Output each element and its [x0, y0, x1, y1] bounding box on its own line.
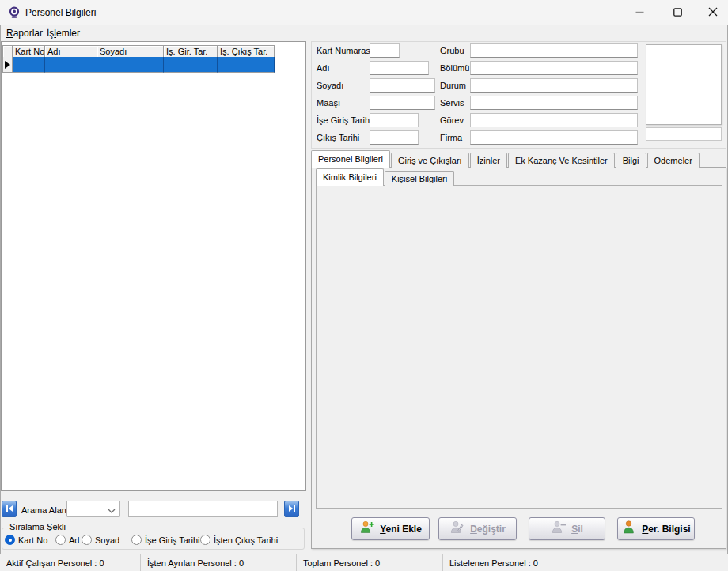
radio-ise-giris-tarihi-label: İşe Giriş Tarihi [145, 535, 199, 545]
menu-item-raporlar[interactable]: Raporlar [3, 26, 46, 40]
sort-groupbox-legend: Sıralama Şekli [6, 522, 69, 531]
label-gorev: Görev [440, 115, 464, 126]
title-bar: Personel Bilgileri [0, 0, 728, 25]
radio-unchecked-icon [131, 535, 142, 545]
grid-header-is-gir-tar[interactable]: İş. Gir. Tar. [164, 46, 218, 58]
current-row-arrow-icon [5, 61, 10, 69]
grid-cell [13, 57, 45, 73]
tab-odemeler[interactable]: Ödemeler [647, 153, 700, 168]
input-cikis-tarihi[interactable] [370, 130, 419, 145]
grid-cell [164, 57, 218, 73]
yeni-ekle-label: Yeni Ekle [380, 524, 422, 535]
sub-tab-page [316, 185, 722, 509]
maximize-icon [673, 6, 682, 20]
app-icon [8, 6, 21, 19]
last-record-icon [287, 502, 297, 516]
radio-unchecked-icon [55, 535, 66, 545]
last-record-button[interactable] [284, 501, 299, 517]
label-maasi: Maaşı [317, 98, 340, 108]
radio-kart-no[interactable]: Kart No [5, 535, 47, 545]
grid-header-soyadi[interactable]: Soyadı [97, 46, 164, 58]
tab-izinler[interactable]: İzinler [470, 153, 507, 168]
search-field-combobox[interactable] [66, 501, 120, 517]
input-servis[interactable] [470, 96, 638, 110]
tab-personel-bilgileri[interactable]: Personel Bilgileri [311, 150, 390, 168]
status-listelenen: Listelenen Personel : 0 [443, 554, 728, 571]
label-cikis-tarihi: Çıkış Tarihi [317, 133, 359, 143]
chevron-down-icon [108, 502, 116, 516]
grid-header-adi[interactable]: Adı [45, 46, 97, 58]
minimize-icon [635, 6, 644, 20]
label-grubu: Grubu [440, 46, 464, 56]
radio-kart-no-label: Kart No [18, 535, 47, 545]
label-firma: Firma [440, 133, 462, 143]
sub-tab-strip: Kimlik Bilgileri Kişisel Bilgileri [316, 168, 455, 186]
label-servis: Servis [440, 98, 464, 108]
label-soyadi: Soyadı [317, 81, 343, 91]
personnel-grid[interactable]: Kart No Adı Soyadı İş. Gir. Tar. İş. Çık… [1, 41, 306, 491]
radio-ad[interactable]: Ad [55, 535, 79, 545]
menu-item-islemler[interactable]: İşlemler [44, 26, 83, 40]
photo-box [646, 44, 722, 125]
maximize-button[interactable] [664, 0, 691, 25]
minimize-button[interactable] [626, 0, 653, 25]
degistir-label: Değiştir [470, 524, 506, 535]
yeni-ekle-button[interactable]: Yeni Ekle [351, 517, 430, 540]
radio-ad-label: Ad [69, 535, 79, 545]
person-info-icon [621, 520, 637, 538]
radio-isten-cikis-tarihi[interactable]: İşten Çıkış Tarihi [200, 535, 278, 545]
status-bar: Aktif Çalışan Personel : 0 İşten Ayrılan… [0, 554, 728, 571]
label-bolumu: Bölümü [440, 63, 469, 74]
input-grubu[interactable] [470, 43, 638, 58]
input-firma[interactable] [470, 130, 638, 145]
input-bolumu[interactable] [470, 61, 638, 75]
status-isten-ayrilan: İşten Ayrılan Personel : 0 [141, 554, 297, 571]
radio-unchecked-icon [82, 535, 92, 545]
input-soyadi[interactable] [370, 78, 435, 93]
search-field-label: Arama Alanı [21, 505, 69, 516]
grid-header-row: Kart No Adı Soyadı İş. Gir. Tar. İş. Çık… [2, 45, 275, 58]
input-durum[interactable] [470, 78, 638, 93]
sil-label: Sil [571, 524, 583, 535]
tab-ek-kazanc-ve-kesintiler[interactable]: Ek Kazanç Ve Kesintiler [508, 153, 615, 168]
grid-header-kart-no[interactable]: Kart No [13, 46, 45, 58]
input-maasi[interactable] [370, 96, 435, 110]
grid-header-is-cikis-tar[interactable]: İş. Çıkış Tar. [218, 46, 275, 58]
grid-cell [97, 57, 164, 73]
first-record-button[interactable] [2, 501, 17, 517]
label-adi: Adı [317, 63, 330, 74]
per-bilgisi-button[interactable]: Per. Bilgisi [617, 517, 695, 540]
input-adi[interactable] [370, 61, 429, 75]
tab-giris-ve-cikislari[interactable]: Giriş ve Çıkışları [391, 153, 469, 168]
grid-cell [45, 57, 97, 73]
edit-person-icon [449, 520, 465, 538]
tab-kisisel-bilgileri[interactable]: Kişisel Bilgileri [385, 171, 454, 186]
degistir-button[interactable]: Değiştir [438, 517, 517, 540]
radio-soyad[interactable]: Soyad [82, 535, 119, 545]
row-selector-cell [3, 57, 13, 73]
main-tab-strip: Personel Bilgileri Giriş ve Çıkışları İz… [311, 150, 700, 168]
grid-row-selected[interactable] [2, 57, 275, 73]
photo-caption-box [646, 127, 722, 141]
delete-person-icon [551, 520, 567, 538]
tab-bilgi[interactable]: Bilgi [616, 153, 646, 168]
label-ise-giris-tarihi: İşe Giriş Tarihi [317, 115, 371, 126]
add-person-icon [359, 520, 375, 538]
status-aktif-calisan: Aktif Çalışan Personel : 0 [0, 554, 141, 571]
menu-bar: Raporlar İşlemler [0, 25, 728, 40]
radio-soyad-label: Soyad [95, 535, 119, 545]
input-ise-giris-tarihi[interactable] [370, 113, 419, 127]
input-gorev[interactable] [470, 113, 638, 127]
search-input[interactable] [128, 501, 278, 517]
per-bilgisi-label: Per. Bilgisi [642, 524, 690, 535]
input-kart-numarasi[interactable] [370, 43, 400, 58]
tab-kimlik-bilgileri[interactable]: Kimlik Bilgileri [316, 168, 384, 186]
close-button[interactable] [700, 0, 726, 25]
status-toplam: Toplam Personel : 0 [297, 554, 443, 571]
radio-ise-giris-tarihi[interactable]: İşe Giriş Tarihi [131, 535, 199, 545]
radio-isten-cikis-tarihi-label: İşten Çıkış Tarihi [214, 535, 278, 545]
sil-button[interactable]: Sil [529, 517, 605, 540]
radio-checked-icon [5, 535, 15, 545]
label-durum: Durum [440, 81, 466, 91]
first-record-icon [5, 502, 14, 516]
